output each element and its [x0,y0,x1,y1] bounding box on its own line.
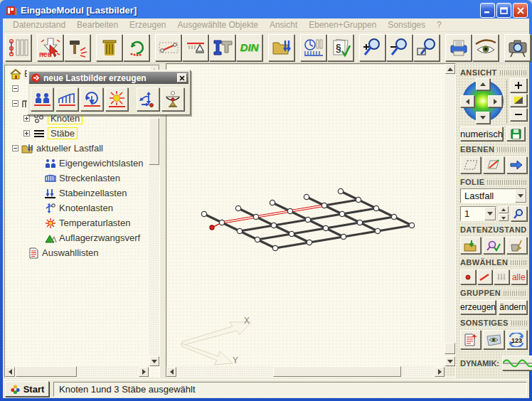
palette-close-button[interactable] [177,73,187,82]
tree-eigengewicht-label: Eigengewichtslasten [59,158,144,169]
load-palette: neue Lastbilder erzeugen [27,70,191,115]
close-button[interactable] [513,3,528,18]
menu-sonstiges[interactable]: Sonstiges [382,18,431,31]
data-check-button[interactable] [483,237,504,254]
nodeload-icon [44,203,57,214]
selfweight-icon [44,158,57,169]
floppy-icon [511,129,521,139]
deselect-member-button[interactable] [477,269,493,284]
data-save-button[interactable] [460,237,481,254]
modify-button[interactable] [64,34,90,61]
palette-eigengewicht-button[interactable] [31,87,53,111]
tree-item-temperatur[interactable]: Temperaturlasten [6,215,149,230]
group-change-button[interactable]: ändern [499,300,527,314]
folie-layer-dropdown[interactable] [515,189,526,203]
menu-bearbeiten[interactable]: Bearbeiten [71,18,124,31]
tree-item-lastfall[interactable]: aktueller Lastfall [6,141,149,156]
sine-wave-icon [503,358,532,368]
palette-title-bar[interactable]: neue Lastbilder erzeugen [29,72,188,84]
palette-temperatur-button[interactable] [105,87,128,111]
palette-auflagerzwang-button[interactable] [161,87,184,111]
save-view-button[interactable] [506,127,525,141]
zoom-out-button[interactable] [386,34,413,61]
norm-check-button[interactable]: § [327,34,353,61]
profile-button[interactable] [209,34,235,61]
view-options-button[interactable] [483,330,504,349]
menu-ausgewaehlte-objekte[interactable]: Ausgewählte Objekte [171,18,263,31]
plane-next-button[interactable] [506,156,527,173]
deselect-node-button[interactable] [460,269,476,284]
undo-button[interactable] [123,34,149,61]
view-button[interactable] [472,34,499,61]
tree-item-auswahl[interactable]: Auswahllisten [6,245,149,260]
paragraph-check-icon: § [330,37,351,58]
minimize-button[interactable] [480,3,495,18]
lineload-steps-icon [58,90,76,109]
folie-spinner[interactable] [499,206,509,221]
print-button[interactable] [445,34,472,61]
tree-item-staebe[interactable]: Stäbe [6,126,149,141]
member-select-button[interactable] [155,34,181,61]
folie-search-button[interactable] [511,206,527,221]
start-button[interactable]: Start [5,381,49,397]
delete-button[interactable] [96,34,122,61]
member-support-button[interactable] [182,34,208,61]
palette-stablast-button[interactable] [80,87,103,111]
deselect-all-button[interactable]: alle [511,269,527,284]
plane-select-button[interactable] [460,156,481,173]
palette-streckenlast-button[interactable] [55,87,78,111]
new-button[interactable]: neu [37,34,63,61]
selfweight-load-icon [33,90,51,109]
zoom-in-button[interactable] [359,34,385,61]
zoom-plus-button[interactable] [510,78,527,92]
zoom-window-button[interactable] [413,34,440,61]
data-clean-button[interactable] [506,237,527,254]
new-list-button[interactable] [460,330,481,349]
plane-edit-button[interactable] [483,156,504,173]
eye-icon [474,37,497,58]
tree-staebe-label: Stäbe [48,127,78,139]
maximize-button[interactable] [496,3,511,18]
view-left-button[interactable] [460,95,474,107]
window-title: EingabeModul [Lastbilder] [21,5,137,16]
status-message: Knoten 1und 3 Stäbe ausgewählt [59,384,196,395]
load-train-button[interactable] [300,34,326,61]
zoom-in-icon [361,37,384,58]
tree-item-auflager[interactable]: Auflagerzwangsverf [6,230,149,245]
numerisch-button[interactable]: numerisch [460,127,503,141]
deselect-load-button[interactable] [494,269,509,284]
section-folie: FOLIE [460,178,527,186]
load-import-button[interactable] [268,34,294,61]
tree-item-stabeinzel[interactable]: Stabeinzellasten [6,186,149,200]
menu-ebenen-gruppen[interactable]: Ebenen+Gruppen [303,18,382,31]
dynamik-label: DYNAMIK: [460,359,499,368]
drawing-canvas[interactable]: X Y [167,65,445,366]
folie-number-dropdown[interactable] [484,207,496,220]
tree-item-strecken[interactable]: Streckenlasten [6,171,149,186]
menu-erzeugen[interactable]: Erzeugen [124,18,171,31]
din-label: DIN [240,41,259,53]
palette-knotenlast-button[interactable] [137,87,159,111]
renumber-button[interactable]: 123 [506,330,527,349]
tree-item-eigengewicht[interactable]: Eigengewichtslasten [6,156,149,171]
menu-datenzustand[interactable]: Datenzustand [7,18,71,31]
din-standard-button[interactable]: DIN [236,34,262,61]
structure-select-button[interactable] [5,34,31,61]
folie-layer-combo[interactable]: Lastfall [460,188,527,203]
sun-icon [44,218,57,229]
tree-knotenlasten-label: Knotenlasten [59,203,113,213]
view-down-button[interactable] [476,112,490,124]
view-up-button[interactable] [476,78,490,90]
snapshot-button[interactable] [504,34,531,61]
contrast-button[interactable] [510,94,527,107]
tree-item-knotenlasten[interactable]: Knotenlasten [6,200,149,215]
folie-number-combo[interactable]: 1 [460,206,496,221]
control-panel: ANSICHT numerisch [457,63,529,379]
view-right-button[interactable] [488,95,502,107]
tree-lastfall-label: aktueller Lastfall [36,143,103,154]
dynamik-button[interactable] [502,355,532,370]
menu-ansicht[interactable]: Ansicht [264,18,303,31]
group-create-button[interactable]: erzeugen [460,300,496,314]
zoom-minus-button[interactable] [510,108,527,121]
menu-help[interactable]: ? [431,18,447,31]
